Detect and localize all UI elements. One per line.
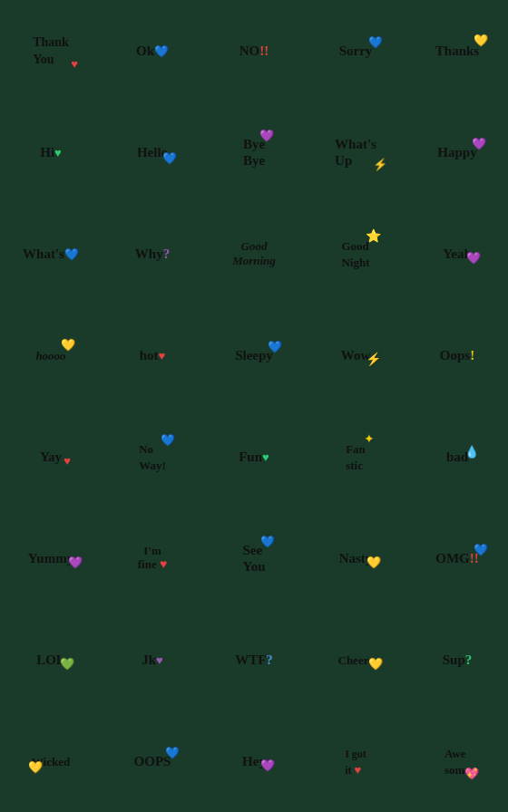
- sticker-decor-9: ⚡: [373, 158, 387, 172]
- sticker-decor-25: 💧: [464, 445, 479, 459]
- sticker-grid: ThankYou ♥ Ok💙 NO!! Sorry 💙 Thanks 💛 Hi♥…: [0, 0, 508, 812]
- sticker-cell-1[interactable]: ThankYou ♥: [0, 0, 102, 102]
- sticker-cell-17[interactable]: hot♥: [102, 304, 203, 406]
- sticker-cell-37[interactable]: OOPS 💙: [102, 710, 203, 812]
- sticker-label-26: Yummy: [28, 551, 73, 566]
- sticker-decor-38: 💜: [260, 759, 275, 773]
- sticker-cell-35[interactable]: Sup?: [406, 609, 508, 710]
- sticker-cell-32[interactable]: Jk♥: [102, 609, 203, 710]
- sticker-label-5: Thanks: [435, 44, 479, 58]
- sticker-cell-12[interactable]: Why?: [102, 203, 203, 304]
- sticker-decor-21: ♥: [64, 454, 71, 469]
- sticker-label-24: Fanstic: [346, 442, 366, 472]
- sticker-cell-30[interactable]: OMG!! 💙: [406, 508, 508, 609]
- sticker-cell-4[interactable]: Sorry 💙: [305, 0, 406, 102]
- sticker-cell-25[interactable]: bad 💧: [406, 406, 508, 508]
- sticker-decor-18: 💙: [268, 340, 282, 354]
- sticker-cell-24[interactable]: Fanstic ✦: [305, 406, 406, 508]
- sticker-decor-15: 💜: [466, 251, 481, 266]
- sticker-decor-4: 💙: [368, 35, 383, 50]
- sticker-label-30: OMG!!: [435, 551, 479, 566]
- sticker-label-23: Fun♥: [239, 449, 269, 465]
- sticker-label-11: What's💙: [23, 246, 79, 262]
- sticker-cell-39[interactable]: I gotit ♥: [305, 710, 406, 812]
- sticker-cell-20[interactable]: Oops!: [406, 304, 508, 406]
- sticker-decor-19: ⚡: [366, 352, 381, 367]
- sticker-label-1: ThankYou: [33, 35, 69, 66]
- sticker-decor-28: 💙: [260, 535, 275, 549]
- sticker-decor-29: 💛: [366, 556, 381, 570]
- sticker-label-2: Ok💙: [136, 43, 169, 59]
- sticker-label-33: WTF?: [235, 652, 273, 668]
- sticker-decor-8: 💜: [259, 129, 274, 143]
- sticker-decor-10: 💜: [472, 137, 486, 151]
- sticker-cell-15[interactable]: Yeah 💜: [406, 203, 508, 304]
- sticker-cell-40[interactable]: Awesome 💖: [406, 710, 508, 812]
- sticker-decor-24: ✦: [364, 431, 375, 447]
- sticker-cell-31[interactable]: LOL 💚: [0, 609, 102, 710]
- sticker-cell-16[interactable]: hoooo 💛: [0, 304, 102, 406]
- sticker-decor-37: 💙: [165, 746, 180, 760]
- sticker-cell-2[interactable]: Ok💙: [102, 0, 203, 102]
- sticker-cell-29[interactable]: Nasty 💛: [305, 508, 406, 609]
- sticker-cell-9[interactable]: What'sUp ⚡: [305, 102, 406, 203]
- sticker-label-27: I'mfine ♥: [138, 544, 168, 573]
- sticker-decor-22: 💙: [161, 433, 175, 448]
- sticker-cell-8[interactable]: ByeBye 💜: [203, 102, 305, 203]
- sticker-cell-26[interactable]: Yummy 💜: [0, 508, 102, 609]
- sticker-cell-36[interactable]: Wicked 💛: [0, 710, 102, 812]
- sticker-cell-11[interactable]: What's💙: [0, 203, 102, 304]
- sticker-cell-6[interactable]: Hi♥: [0, 102, 102, 203]
- sticker-label-13: GoodMorning: [232, 239, 276, 267]
- sticker-cell-5[interactable]: Thanks 💛: [406, 0, 508, 102]
- sticker-label-6: Hi♥: [40, 144, 62, 160]
- sticker-decor-40: 💖: [464, 767, 479, 781]
- sticker-decor-31: 💚: [60, 657, 74, 672]
- sticker-decor-36: 💛: [28, 760, 43, 775]
- sticker-decor-34: 💛: [368, 657, 383, 672]
- sticker-decor-1: ♥: [71, 57, 78, 72]
- sticker-cell-33[interactable]: WTF?: [203, 609, 305, 710]
- sticker-decor-7: 💙: [162, 151, 177, 166]
- sticker-decor-30: 💙: [474, 543, 488, 557]
- sticker-label-9: What'sUp: [335, 137, 376, 168]
- sticker-cell-21[interactable]: Yay ♥: [0, 406, 102, 508]
- sticker-cell-34[interactable]: Cheers 💛: [305, 609, 406, 710]
- sticker-decor-16: 💛: [61, 338, 75, 353]
- sticker-cell-28[interactable]: SeeYou 💙: [203, 508, 305, 609]
- sticker-label-12: Why?: [135, 246, 170, 262]
- sticker-cell-13[interactable]: GoodMorning: [203, 203, 305, 304]
- sticker-cell-10[interactable]: Happy 💜: [406, 102, 508, 203]
- sticker-label-32: Jk♥: [142, 652, 163, 668]
- sticker-label-4: Sorry: [339, 44, 373, 58]
- sticker-label-17: hot♥: [140, 347, 166, 363]
- sticker-label-3: NO!!: [239, 43, 269, 59]
- sticker-label-21: Yay: [40, 450, 62, 464]
- sticker-label-39: I gotit ♥: [345, 748, 366, 777]
- sticker-cell-18[interactable]: Sleepy 💙: [203, 304, 305, 406]
- sticker-cell-19[interactable]: Wow ⚡: [305, 304, 406, 406]
- sticker-cell-38[interactable]: Hey 💜: [203, 710, 305, 812]
- sticker-cell-27[interactable]: I'mfine ♥: [102, 508, 203, 609]
- sticker-cell-23[interactable]: Fun♥: [203, 406, 305, 508]
- sticker-label-20: Oops!: [440, 347, 474, 363]
- sticker-label-35: Sup?: [443, 652, 473, 668]
- sticker-cell-22[interactable]: NoWay! 💙: [102, 406, 203, 508]
- sticker-decor-5: 💛: [474, 34, 488, 48]
- sticker-cell-14[interactable]: GoodNight ⭐: [305, 203, 406, 304]
- sticker-decor-14: ⭐: [366, 228, 381, 244]
- sticker-cell-3[interactable]: NO!!: [203, 0, 305, 102]
- sticker-cell-7[interactable]: Hello 💙: [102, 102, 203, 203]
- sticker-decor-26: 💜: [68, 556, 83, 570]
